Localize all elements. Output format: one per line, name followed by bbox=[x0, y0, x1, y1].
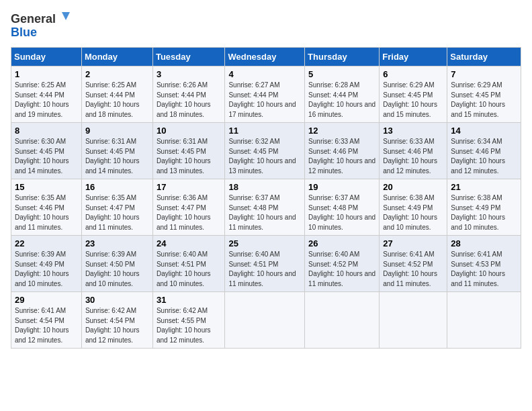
day-cell: 30 Sunrise: 6:42 AM Sunset: 4:54 PM Dayl… bbox=[81, 292, 152, 349]
day-info: Sunrise: 6:27 AM Sunset: 4:44 PM Dayligh… bbox=[228, 81, 302, 120]
day-cell: 14 Sunrise: 6:34 AM Sunset: 4:46 PM Dayl… bbox=[447, 123, 521, 179]
day-info: Sunrise: 6:31 AM Sunset: 4:45 PM Dayligh… bbox=[157, 137, 222, 176]
day-number: 13 bbox=[383, 126, 444, 136]
logo-svg: General Blue bbox=[11, 11, 71, 40]
day-number: 2 bbox=[85, 69, 150, 79]
day-number: 20 bbox=[383, 182, 444, 192]
header-day-tuesday: Tuesday bbox=[152, 48, 225, 66]
day-info: Sunrise: 6:42 AM Sunset: 4:55 PM Dayligh… bbox=[157, 306, 222, 345]
day-cell: 27 Sunrise: 6:41 AM Sunset: 4:52 PM Dayl… bbox=[380, 236, 447, 292]
day-info: Sunrise: 6:31 AM Sunset: 4:45 PM Dayligh… bbox=[85, 137, 150, 176]
day-cell: 8 Sunrise: 6:30 AM Sunset: 4:45 PM Dayli… bbox=[11, 123, 82, 179]
svg-text:General: General bbox=[11, 12, 56, 26]
day-cell: 7 Sunrise: 6:29 AM Sunset: 4:45 PM Dayli… bbox=[447, 66, 521, 123]
day-info: Sunrise: 6:35 AM Sunset: 4:47 PM Dayligh… bbox=[85, 193, 150, 232]
day-info: Sunrise: 6:28 AM Sunset: 4:44 PM Dayligh… bbox=[308, 81, 376, 120]
day-cell: 29 Sunrise: 6:41 AM Sunset: 4:54 PM Dayl… bbox=[11, 292, 82, 349]
logo: General Blue bbox=[11, 11, 71, 40]
day-number: 17 bbox=[157, 182, 222, 192]
week-row-1: 1 Sunrise: 6:25 AM Sunset: 4:44 PM Dayli… bbox=[11, 66, 521, 123]
calendar-container: General Blue SundayMondayTuesdayWednesda… bbox=[0, 0, 532, 354]
day-info: Sunrise: 6:30 AM Sunset: 4:45 PM Dayligh… bbox=[15, 137, 79, 176]
day-number: 6 bbox=[383, 69, 444, 79]
day-cell: 9 Sunrise: 6:31 AM Sunset: 4:45 PM Dayli… bbox=[81, 123, 152, 179]
day-cell: 25 Sunrise: 6:40 AM Sunset: 4:51 PM Dayl… bbox=[225, 236, 305, 292]
day-number: 11 bbox=[228, 126, 302, 136]
header-day-wednesday: Wednesday bbox=[225, 48, 305, 66]
day-info: Sunrise: 6:42 AM Sunset: 4:54 PM Dayligh… bbox=[85, 306, 150, 345]
day-info: Sunrise: 6:40 AM Sunset: 4:51 PM Dayligh… bbox=[157, 250, 222, 289]
day-cell bbox=[447, 292, 521, 349]
day-number: 24 bbox=[157, 238, 222, 248]
day-cell: 4 Sunrise: 6:27 AM Sunset: 4:44 PM Dayli… bbox=[225, 66, 305, 123]
day-number: 5 bbox=[308, 69, 376, 79]
day-cell: 10 Sunrise: 6:31 AM Sunset: 4:45 PM Dayl… bbox=[152, 123, 225, 179]
day-cell: 12 Sunrise: 6:33 AM Sunset: 4:46 PM Dayl… bbox=[305, 123, 380, 179]
day-cell: 28 Sunrise: 6:41 AM Sunset: 4:53 PM Dayl… bbox=[447, 236, 521, 292]
day-number: 10 bbox=[157, 126, 222, 136]
day-info: Sunrise: 6:38 AM Sunset: 4:49 PM Dayligh… bbox=[383, 193, 444, 232]
day-cell: 31 Sunrise: 6:42 AM Sunset: 4:55 PM Dayl… bbox=[152, 292, 225, 349]
day-number: 29 bbox=[15, 295, 79, 305]
day-number: 18 bbox=[228, 182, 302, 192]
day-info: Sunrise: 6:29 AM Sunset: 4:45 PM Dayligh… bbox=[383, 81, 444, 120]
day-info: Sunrise: 6:40 AM Sunset: 4:51 PM Dayligh… bbox=[228, 250, 302, 289]
day-number: 31 bbox=[157, 295, 222, 305]
day-info: Sunrise: 6:39 AM Sunset: 4:49 PM Dayligh… bbox=[15, 250, 79, 289]
day-number: 1 bbox=[15, 69, 79, 79]
day-cell bbox=[305, 292, 380, 349]
week-row-2: 8 Sunrise: 6:30 AM Sunset: 4:45 PM Dayli… bbox=[11, 123, 521, 179]
day-number: 16 bbox=[85, 182, 150, 192]
day-number: 14 bbox=[451, 126, 518, 136]
day-info: Sunrise: 6:26 AM Sunset: 4:44 PM Dayligh… bbox=[157, 81, 222, 120]
header-day-thursday: Thursday bbox=[305, 48, 380, 66]
day-cell: 15 Sunrise: 6:35 AM Sunset: 4:46 PM Dayl… bbox=[11, 179, 82, 236]
day-info: Sunrise: 6:39 AM Sunset: 4:50 PM Dayligh… bbox=[85, 250, 150, 289]
header-day-sunday: Sunday bbox=[11, 48, 82, 66]
day-info: Sunrise: 6:40 AM Sunset: 4:52 PM Dayligh… bbox=[308, 250, 376, 289]
header-row: SundayMondayTuesdayWednesdayThursdayFrid… bbox=[11, 48, 521, 66]
day-info: Sunrise: 6:32 AM Sunset: 4:45 PM Dayligh… bbox=[228, 137, 302, 176]
day-info: Sunrise: 6:33 AM Sunset: 4:46 PM Dayligh… bbox=[383, 137, 444, 176]
day-cell bbox=[225, 292, 305, 349]
day-cell: 19 Sunrise: 6:37 AM Sunset: 4:48 PM Dayl… bbox=[305, 179, 380, 236]
day-info: Sunrise: 6:41 AM Sunset: 4:54 PM Dayligh… bbox=[15, 306, 79, 345]
header-day-monday: Monday bbox=[81, 48, 152, 66]
day-cell: 21 Sunrise: 6:38 AM Sunset: 4:49 PM Dayl… bbox=[447, 179, 521, 236]
day-number: 4 bbox=[228, 69, 302, 79]
day-info: Sunrise: 6:25 AM Sunset: 4:44 PM Dayligh… bbox=[15, 81, 79, 120]
day-cell: 23 Sunrise: 6:39 AM Sunset: 4:50 PM Dayl… bbox=[81, 236, 152, 292]
week-row-3: 15 Sunrise: 6:35 AM Sunset: 4:46 PM Dayl… bbox=[11, 179, 521, 236]
day-number: 25 bbox=[228, 238, 302, 248]
day-cell: 1 Sunrise: 6:25 AM Sunset: 4:44 PM Dayli… bbox=[11, 66, 82, 123]
day-number: 27 bbox=[383, 238, 444, 248]
day-number: 12 bbox=[308, 126, 376, 136]
calendar-table: SundayMondayTuesdayWednesdayThursdayFrid… bbox=[11, 47, 521, 349]
week-row-4: 22 Sunrise: 6:39 AM Sunset: 4:49 PM Dayl… bbox=[11, 236, 521, 292]
day-cell: 22 Sunrise: 6:39 AM Sunset: 4:49 PM Dayl… bbox=[11, 236, 82, 292]
day-cell: 5 Sunrise: 6:28 AM Sunset: 4:44 PM Dayli… bbox=[305, 66, 380, 123]
day-number: 30 bbox=[85, 295, 150, 305]
header: General Blue bbox=[11, 11, 521, 40]
header-day-saturday: Saturday bbox=[447, 48, 521, 66]
day-number: 23 bbox=[85, 238, 150, 248]
day-info: Sunrise: 6:37 AM Sunset: 4:48 PM Dayligh… bbox=[308, 193, 376, 232]
day-info: Sunrise: 6:34 AM Sunset: 4:46 PM Dayligh… bbox=[451, 137, 518, 176]
day-number: 28 bbox=[451, 238, 518, 248]
week-row-5: 29 Sunrise: 6:41 AM Sunset: 4:54 PM Dayl… bbox=[11, 292, 521, 349]
header-day-friday: Friday bbox=[380, 48, 447, 66]
day-cell: 3 Sunrise: 6:26 AM Sunset: 4:44 PM Dayli… bbox=[152, 66, 225, 123]
day-info: Sunrise: 6:29 AM Sunset: 4:45 PM Dayligh… bbox=[451, 81, 518, 120]
day-info: Sunrise: 6:35 AM Sunset: 4:46 PM Dayligh… bbox=[15, 193, 79, 232]
day-cell: 18 Sunrise: 6:37 AM Sunset: 4:48 PM Dayl… bbox=[225, 179, 305, 236]
day-info: Sunrise: 6:41 AM Sunset: 4:52 PM Dayligh… bbox=[383, 250, 444, 289]
day-cell: 20 Sunrise: 6:38 AM Sunset: 4:49 PM Dayl… bbox=[380, 179, 447, 236]
day-info: Sunrise: 6:25 AM Sunset: 4:44 PM Dayligh… bbox=[85, 81, 150, 120]
day-number: 3 bbox=[157, 69, 222, 79]
day-cell: 16 Sunrise: 6:35 AM Sunset: 4:47 PM Dayl… bbox=[81, 179, 152, 236]
day-cell: 13 Sunrise: 6:33 AM Sunset: 4:46 PM Dayl… bbox=[380, 123, 447, 179]
day-cell: 17 Sunrise: 6:36 AM Sunset: 4:47 PM Dayl… bbox=[152, 179, 225, 236]
day-cell: 11 Sunrise: 6:32 AM Sunset: 4:45 PM Dayl… bbox=[225, 123, 305, 179]
day-number: 9 bbox=[85, 126, 150, 136]
svg-marker-2 bbox=[62, 12, 70, 20]
